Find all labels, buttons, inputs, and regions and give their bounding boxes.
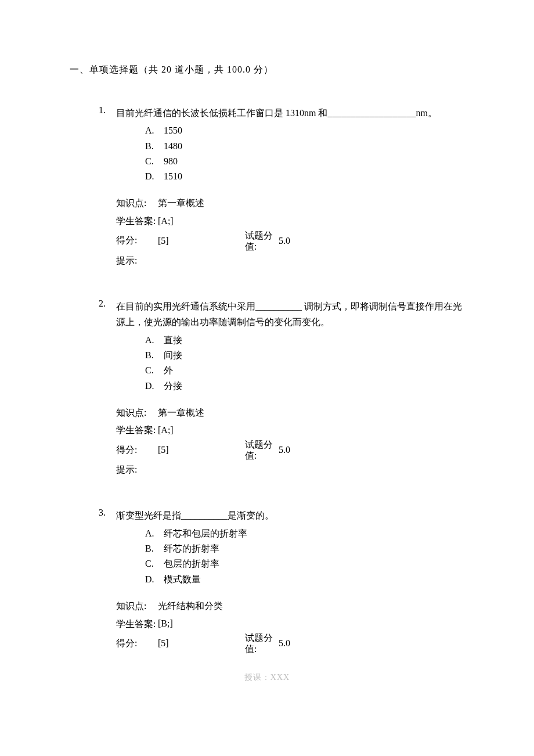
options-list: A.1550 B.1480 C.980 D.1510 bbox=[145, 123, 464, 185]
hint-label: 提示: bbox=[116, 464, 158, 476]
option-letter: D. bbox=[145, 379, 164, 394]
student-answer-value: [B;] bbox=[158, 618, 245, 629]
option-b: B.纤芯的折射率 bbox=[145, 541, 464, 556]
footer-text: 授课：XXX bbox=[70, 672, 464, 683]
option-letter: C. bbox=[145, 363, 164, 378]
option-b: B.间接 bbox=[145, 348, 464, 363]
option-letter: B. bbox=[145, 541, 164, 556]
section-title: 一、单项选择题（共 20 道小题，共 100.0 分） bbox=[70, 64, 464, 76]
question-stem: 在目前的实用光纤通信系统中采用__________ 调制方式，即将调制信号直接作… bbox=[116, 298, 464, 330]
option-letter: A. bbox=[145, 333, 164, 348]
knowledge-point-value: 第一章概述 bbox=[158, 197, 245, 210]
item-score-value: 5.0 bbox=[279, 638, 290, 649]
item-score-label: 试题分值: bbox=[245, 230, 279, 252]
option-text: 纤芯的折射率 bbox=[164, 541, 219, 556]
option-text: 纤芯和包层的折射率 bbox=[164, 526, 247, 541]
option-text: 1510 bbox=[164, 169, 182, 184]
question-number: 3. bbox=[99, 507, 116, 518]
question-2: 2. 在目前的实用光纤通信系统中采用__________ 调制方式，即将调制信号… bbox=[99, 298, 464, 478]
option-letter: A. bbox=[145, 123, 164, 138]
student-answer-label: 学生答案: bbox=[116, 424, 158, 435]
option-letter: B. bbox=[145, 139, 164, 154]
option-b: B.1480 bbox=[145, 139, 464, 154]
knowledge-point-label: 知识点: bbox=[116, 197, 158, 210]
knowledge-point-value: 第一章概述 bbox=[158, 407, 245, 419]
option-text: 直接 bbox=[164, 333, 182, 348]
option-c: C.外 bbox=[145, 363, 464, 378]
option-text: 980 bbox=[164, 154, 178, 169]
question-3: 3. 渐变型光纤是指__________是渐变的。 A.纤芯和包层的折射率 B.… bbox=[99, 507, 464, 654]
score-value: [5] bbox=[158, 638, 245, 649]
item-score-label: 试题分值: bbox=[245, 632, 279, 654]
option-c: C.980 bbox=[145, 154, 464, 169]
option-letter: C. bbox=[145, 154, 164, 169]
student-answer-label: 学生答案: bbox=[116, 215, 158, 226]
meta-table: 知识点: 光纤结构和分类 学生答案: [B;] 得分: [5] 试题分值: 5.… bbox=[116, 597, 464, 654]
item-score-value: 5.0 bbox=[279, 236, 290, 246]
question-1: 1. 目前光纤通信的长波长低损耗工作窗口是 1310nm 和__________… bbox=[99, 105, 464, 269]
option-a: A.纤芯和包层的折射率 bbox=[145, 526, 464, 541]
question-number: 1. bbox=[99, 105, 116, 116]
option-d: D.分接 bbox=[145, 379, 464, 394]
option-a: A.直接 bbox=[145, 333, 464, 348]
option-letter: B. bbox=[145, 348, 164, 363]
knowledge-point-value: 光纤结构和分类 bbox=[158, 600, 245, 613]
option-text: 1550 bbox=[164, 123, 182, 138]
meta-table: 知识点: 第一章概述 学生答案: [A;] 得分: [5] 试题分值: 5.0 … bbox=[116, 404, 464, 478]
score-value: [5] bbox=[158, 445, 245, 455]
option-text: 间接 bbox=[164, 348, 182, 363]
option-text: 包层的折射率 bbox=[164, 556, 219, 571]
knowledge-point-label: 知识点: bbox=[116, 407, 158, 419]
option-d: D.1510 bbox=[145, 169, 464, 184]
knowledge-point-label: 知识点: bbox=[116, 600, 158, 613]
question-number: 2. bbox=[99, 298, 116, 309]
score-label: 得分: bbox=[116, 444, 158, 456]
item-score-value: 5.0 bbox=[279, 445, 290, 455]
score-value: [5] bbox=[158, 236, 245, 246]
option-letter: A. bbox=[145, 526, 164, 541]
meta-table: 知识点: 第一章概述 学生答案: [A;] 得分: [5] 试题分值: 5.0 … bbox=[116, 195, 464, 269]
question-stem: 渐变型光纤是指__________是渐变的。 bbox=[116, 507, 464, 523]
student-answer-value: [A;] bbox=[158, 425, 245, 435]
option-text: 分接 bbox=[164, 379, 182, 394]
page-container: 一、单项选择题（共 20 道小题，共 100.0 分） 1. 目前光纤通信的长波… bbox=[0, 0, 534, 706]
option-d: D.模式数量 bbox=[145, 572, 464, 587]
options-list: A.纤芯和包层的折射率 B.纤芯的折射率 C.包层的折射率 D.模式数量 bbox=[145, 526, 464, 588]
option-letter: C. bbox=[145, 556, 164, 571]
score-label: 得分: bbox=[116, 235, 158, 247]
score-label: 得分: bbox=[116, 638, 158, 650]
option-text: 1480 bbox=[164, 139, 182, 154]
student-answer-value: [A;] bbox=[158, 216, 245, 226]
item-score-label: 试题分值: bbox=[245, 439, 279, 461]
option-text: 模式数量 bbox=[164, 572, 201, 587]
option-letter: D. bbox=[145, 572, 164, 587]
option-text: 外 bbox=[164, 363, 173, 378]
options-list: A.直接 B.间接 C.外 D.分接 bbox=[145, 333, 464, 394]
student-answer-label: 学生答案: bbox=[116, 618, 158, 629]
option-a: A.1550 bbox=[145, 123, 464, 138]
option-letter: D. bbox=[145, 169, 164, 184]
question-stem: 目前光纤通信的长波长低损耗工作窗口是 1310nm 和_____________… bbox=[116, 105, 464, 121]
hint-label: 提示: bbox=[116, 255, 158, 267]
option-c: C.包层的折射率 bbox=[145, 556, 464, 571]
